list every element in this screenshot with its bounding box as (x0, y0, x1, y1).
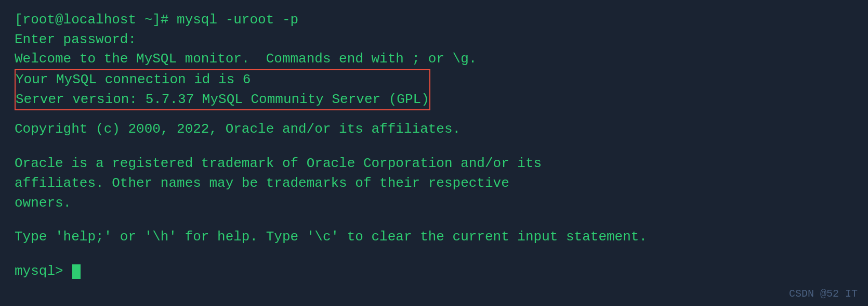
prompt-line[interactable]: mysql> (15, 262, 853, 282)
boxed-section: Your MySQL connection id is 6 Server ver… (15, 69, 430, 110)
terminal-line-3: Welcome to the MySQL monitor. Commands e… (15, 49, 853, 69)
terminal-line-2: Enter password: (15, 30, 853, 50)
prompt-text: mysql> (15, 262, 71, 282)
terminal-line-4: Your MySQL connection id is 6 (16, 70, 429, 90)
terminal-window: [root@localhost ~]# mysql -uroot -p Ente… (0, 0, 868, 306)
terminal-line-5: Server version: 5.7.37 MySQL Community S… (16, 90, 429, 110)
cursor (72, 264, 81, 279)
terminal-line-10: Type 'help;' or '\h' for help. Type '\c'… (15, 227, 853, 247)
terminal-line-9: owners. (15, 194, 853, 213)
terminal-line-7: Oracle is a registered trademark of Orac… (15, 154, 853, 174)
terminal-line-8: affiliates. Other names may be trademark… (15, 174, 853, 194)
terminal-line-6: Copyright (c) 2000, 2022, Oracle and/or … (15, 120, 853, 139)
terminal-line-1: [root@localhost ~]# mysql -uroot -p (15, 10, 853, 30)
watermark: CSDN @52 IT (789, 288, 858, 300)
